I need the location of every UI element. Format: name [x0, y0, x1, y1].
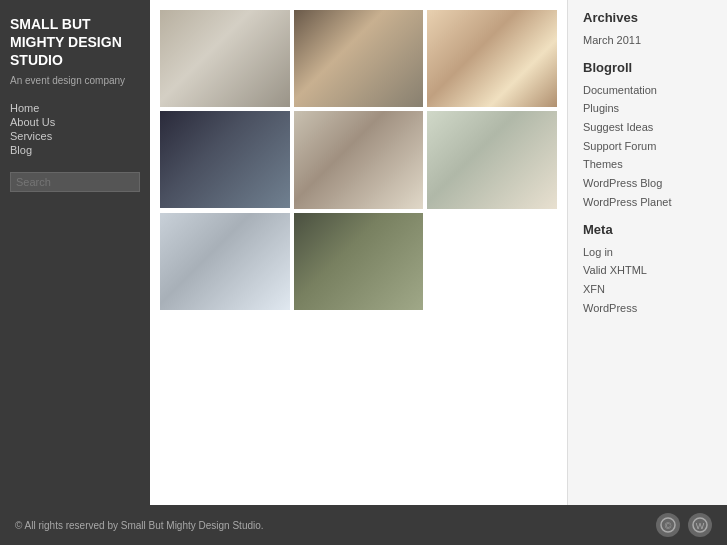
- nav-link-services[interactable]: Services: [10, 129, 140, 143]
- blogroll-title: Blogroll: [583, 60, 712, 75]
- footer-icons: © W: [656, 513, 712, 537]
- photo-3: [427, 10, 557, 107]
- search-input[interactable]: [10, 172, 140, 192]
- svg-text:W: W: [696, 521, 705, 531]
- footer: © All rights reserved by Small But Might…: [0, 505, 727, 545]
- meta-login[interactable]: Log in: [583, 243, 712, 262]
- photo-4: [160, 111, 290, 208]
- photo-1: [160, 10, 290, 107]
- photo-5: [294, 111, 424, 208]
- nav-link-home[interactable]: Home: [10, 101, 140, 115]
- center-content: [150, 0, 567, 505]
- nav-item-blog[interactable]: Blog: [10, 143, 140, 157]
- right-sidebar: Archives March 2011 Blogroll Documentati…: [567, 0, 727, 505]
- site-title: SMALL BUT MIGHTY DESIGN STUDIO: [10, 15, 140, 70]
- blogroll-plugins[interactable]: Plugins: [583, 99, 712, 118]
- page-wrapper: SMALL BUT MIGHTY DESIGN STUDIO An event …: [0, 0, 727, 545]
- photo-2: [294, 10, 424, 107]
- archives-title: Archives: [583, 10, 712, 25]
- svg-text:©: ©: [665, 521, 672, 531]
- blogroll-support-forum[interactable]: Support Forum: [583, 137, 712, 156]
- main-content: SMALL BUT MIGHTY DESIGN STUDIO An event …: [0, 0, 727, 505]
- site-tagline: An event design company: [10, 75, 140, 86]
- blogroll-wordpress-blog[interactable]: WordPress Blog: [583, 174, 712, 193]
- blogroll-themes[interactable]: Themes: [583, 155, 712, 174]
- photo-7: [160, 213, 290, 310]
- blogroll-wordpress-planet[interactable]: WordPress Planet: [583, 193, 712, 212]
- archive-march-2011[interactable]: March 2011: [583, 31, 712, 50]
- footer-copyright: © All rights reserved by Small But Might…: [15, 520, 264, 531]
- meta-wordpress[interactable]: WordPress: [583, 299, 712, 318]
- meta-valid-xhtml[interactable]: Valid XHTML: [583, 261, 712, 280]
- nav-link-about[interactable]: About Us: [10, 115, 140, 129]
- meta-xfn[interactable]: XFN: [583, 280, 712, 299]
- blogroll-suggest-ideas[interactable]: Suggest Ideas: [583, 118, 712, 137]
- photo-grid: [160, 10, 557, 310]
- nav-item-home[interactable]: Home: [10, 101, 140, 115]
- nav-item-about[interactable]: About Us: [10, 115, 140, 129]
- nav-item-services[interactable]: Services: [10, 129, 140, 143]
- left-sidebar: SMALL BUT MIGHTY DESIGN STUDIO An event …: [0, 0, 150, 505]
- blogroll-documentation[interactable]: Documentation: [583, 81, 712, 100]
- photo-8: [294, 213, 424, 310]
- creative-commons-icon: ©: [656, 513, 680, 537]
- photo-6: [427, 111, 557, 208]
- meta-title: Meta: [583, 222, 712, 237]
- nav-link-blog[interactable]: Blog: [10, 143, 140, 157]
- sidebar-nav: Home About Us Services Blog: [10, 101, 140, 157]
- wordpress-icon: W: [688, 513, 712, 537]
